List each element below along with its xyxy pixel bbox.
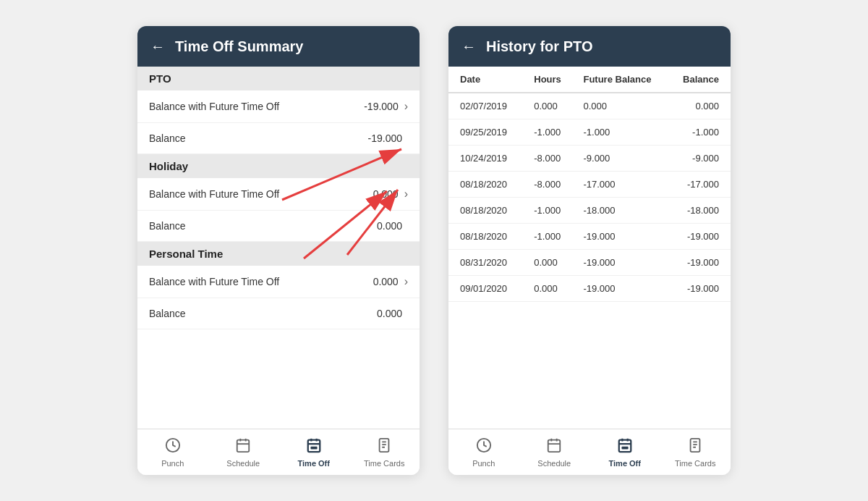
row-balance: -1.000 bbox=[670, 127, 719, 138]
pto-balance-future-chevron[interactable]: › bbox=[404, 100, 408, 113]
right-punch-icon bbox=[476, 437, 492, 457]
right-schedule-icon bbox=[546, 437, 562, 457]
row-date: 09/25/2019 bbox=[460, 127, 534, 138]
row-hours: -1.000 bbox=[534, 205, 583, 216]
svg-rect-26 bbox=[619, 439, 631, 452]
table-row: 10/24/2019 -8.000 -9.000 -9.000 bbox=[448, 146, 731, 172]
left-timeoff-icon bbox=[306, 437, 322, 457]
left-timecards-label: Time Cards bbox=[364, 459, 404, 468]
svg-rect-22 bbox=[548, 439, 561, 452]
table-row: 09/01/2020 0.000 -19.000 -19.000 bbox=[448, 276, 731, 302]
table-row: 08/18/2020 -8.000 -17.000 -17.000 bbox=[448, 172, 731, 198]
col-balance: Balance bbox=[670, 74, 719, 85]
left-nav-timecards[interactable]: Time Cards bbox=[349, 429, 420, 475]
row-date: 02/07/2019 bbox=[460, 101, 534, 111]
right-bottom-nav: Punch Schedule Time Off Time Cards bbox=[448, 429, 731, 475]
row-future-balance: -1.000 bbox=[583, 127, 669, 138]
right-timeoff-label: Time Off bbox=[609, 459, 641, 468]
row-date: 09/01/2020 bbox=[460, 283, 534, 294]
col-hours: Hours bbox=[534, 74, 583, 85]
row-balance: -19.000 bbox=[670, 257, 719, 268]
section-header-pto: PTO bbox=[137, 67, 420, 90]
table-row: 02/07/2019 0.000 0.000 0.000 bbox=[448, 93, 731, 119]
row-balance: -19.000 bbox=[670, 231, 719, 242]
holiday-balance-future-row[interactable]: Balance with Future Time Off 0.000 › bbox=[137, 178, 420, 211]
holiday-balance-future-value: 0.000 bbox=[373, 188, 399, 200]
holiday-balance-row: Balance 0.000 bbox=[137, 211, 420, 242]
svg-rect-10 bbox=[308, 439, 320, 452]
svg-rect-14 bbox=[310, 446, 317, 449]
row-date: 08/18/2020 bbox=[460, 205, 534, 216]
section-header-personal: Personal Time bbox=[137, 242, 420, 266]
row-hours: -1.000 bbox=[534, 231, 583, 242]
pto-balance-future-row[interactable]: Balance with Future Time Off -19.000 › bbox=[137, 90, 420, 123]
table-header: Date Hours Future Balance Balance bbox=[448, 67, 731, 93]
holiday-balance-value: 0.000 bbox=[377, 220, 402, 232]
row-future-balance: -18.000 bbox=[583, 205, 669, 216]
right-back-button[interactable]: ← bbox=[461, 38, 476, 55]
left-timecards-icon bbox=[376, 437, 392, 457]
left-nav-timeoff[interactable]: Time Off bbox=[278, 429, 349, 475]
row-hours: 0.000 bbox=[534, 257, 583, 268]
table-row: 08/31/2020 0.000 -19.000 -19.000 bbox=[448, 250, 731, 276]
row-hours: -1.000 bbox=[534, 127, 583, 138]
left-nav-punch[interactable]: Punch bbox=[137, 429, 208, 475]
section-header-holiday: Holiday bbox=[137, 154, 420, 178]
table-row: 09/25/2019 -1.000 -1.000 -1.000 bbox=[448, 119, 731, 146]
left-panel: ← Time Off Summary PTO Balance with Futu… bbox=[137, 26, 420, 475]
svg-rect-30 bbox=[621, 446, 628, 449]
row-hours: 0.000 bbox=[534, 283, 583, 294]
left-back-button[interactable]: ← bbox=[150, 38, 165, 55]
left-punch-label: Punch bbox=[161, 459, 184, 468]
pto-balance-value: -19.000 bbox=[368, 132, 402, 144]
pto-balance-label: Balance bbox=[149, 132, 368, 144]
left-nav-schedule[interactable]: Schedule bbox=[208, 429, 279, 475]
col-date: Date bbox=[460, 74, 534, 85]
right-punch-label: Punch bbox=[472, 459, 495, 468]
left-panel-title: Time Off Summary bbox=[175, 38, 303, 55]
right-timeoff-icon bbox=[617, 437, 633, 457]
row-future-balance: -19.000 bbox=[583, 283, 669, 294]
table-row: 08/18/2020 -1.000 -19.000 -19.000 bbox=[448, 224, 731, 250]
right-panel: ← History for PTO Date Hours Future Bala… bbox=[448, 26, 731, 475]
personal-balance-row: Balance 0.000 bbox=[137, 298, 420, 329]
right-nav-timeoff[interactable]: Time Off bbox=[590, 429, 660, 475]
row-balance: -17.000 bbox=[670, 179, 719, 190]
row-future-balance: -9.000 bbox=[583, 153, 669, 164]
svg-rect-6 bbox=[237, 439, 250, 452]
holiday-balance-future-label: Balance with Future Time Off bbox=[149, 188, 373, 200]
personal-balance-future-label: Balance with Future Time Off bbox=[149, 276, 373, 287]
table-row: 08/18/2020 -1.000 -18.000 -18.000 bbox=[448, 198, 731, 224]
row-date: 10/24/2019 bbox=[460, 153, 534, 164]
right-panel-content: 02/07/2019 0.000 0.000 0.000 09/25/2019 … bbox=[448, 93, 731, 429]
right-nav-timecards[interactable]: Time Cards bbox=[660, 429, 731, 475]
personal-balance-label: Balance bbox=[149, 308, 377, 319]
left-schedule-icon bbox=[235, 437, 251, 457]
row-date: 08/18/2020 bbox=[460, 179, 534, 190]
col-future-balance: Future Balance bbox=[583, 74, 669, 85]
holiday-balance-label: Balance bbox=[149, 220, 377, 232]
row-future-balance: -19.000 bbox=[583, 257, 669, 268]
pto-balance-row: Balance -19.000 bbox=[137, 123, 420, 154]
right-nav-schedule[interactable]: Schedule bbox=[519, 429, 590, 475]
right-panel-header: ← History for PTO bbox=[448, 26, 731, 67]
left-schedule-label: Schedule bbox=[226, 459, 260, 468]
personal-balance-future-chevron[interactable]: › bbox=[404, 275, 408, 288]
right-nav-punch[interactable]: Punch bbox=[448, 429, 519, 475]
personal-balance-future-row[interactable]: Balance with Future Time Off 0.000 › bbox=[137, 266, 420, 298]
right-schedule-label: Schedule bbox=[537, 459, 571, 468]
row-future-balance: -19.000 bbox=[583, 231, 669, 242]
row-balance: -19.000 bbox=[670, 283, 719, 294]
row-date: 08/18/2020 bbox=[460, 231, 534, 242]
right-timecards-label: Time Cards bbox=[675, 459, 715, 468]
row-balance: 0.000 bbox=[670, 101, 719, 111]
row-hours: 0.000 bbox=[534, 101, 583, 111]
right-timecards-icon bbox=[687, 437, 703, 457]
holiday-balance-future-chevron[interactable]: › bbox=[404, 188, 408, 201]
personal-balance-future-value: 0.000 bbox=[373, 276, 399, 287]
left-bottom-nav: Punch Schedule Time Off Time Cards bbox=[137, 429, 420, 475]
left-timeoff-label: Time Off bbox=[298, 459, 330, 468]
left-panel-content: PTO Balance with Future Time Off -19.000… bbox=[137, 67, 420, 429]
row-hours: -8.000 bbox=[534, 179, 583, 190]
pto-balance-future-label: Balance with Future Time Off bbox=[149, 101, 364, 112]
